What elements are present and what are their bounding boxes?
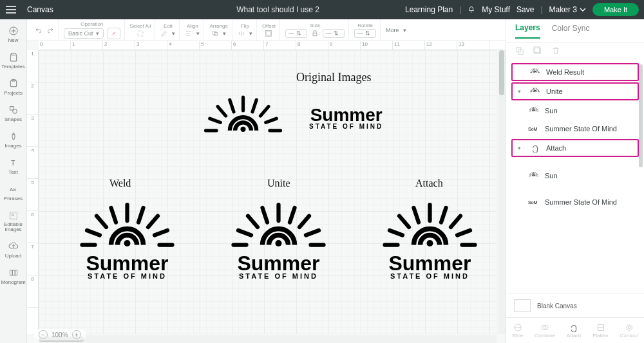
save-button[interactable]: Save — [516, 5, 534, 14]
contour-button[interactable]: Contour — [620, 323, 638, 338]
label-original: Original Images — [296, 71, 371, 84]
edit-toolbar: Operation Basic Cut▾ Select All Edit▾ Al… — [27, 19, 506, 41]
attach-button[interactable]: Attach — [567, 323, 582, 338]
sun-icon — [529, 87, 541, 96]
color-swatch-button[interactable] — [108, 28, 120, 39]
make-it-button[interactable]: Make It — [592, 3, 639, 16]
canvas-object-sun-original[interactable] — [196, 89, 290, 140]
offset-group[interactable]: Offset — [258, 19, 280, 41]
canvas-object-unite[interactable]: Summer STATE OF MIND — [222, 195, 335, 280]
svg-rect-28 — [138, 31, 143, 36]
tool-label: New — [8, 37, 18, 43]
canvas-grid[interactable]: Original Images Summer STATE OF MIND Wel… — [39, 50, 497, 334]
zoom-in-button[interactable]: + — [72, 330, 81, 339]
canvas-scrollbar-vertical[interactable] — [498, 50, 506, 334]
canvas-object-summer-original[interactable]: Summer STATE OF MIND — [309, 107, 383, 130]
canvas-swatch — [514, 299, 531, 312]
tool-monogram[interactable]: Monogram — [0, 265, 27, 288]
align-group[interactable]: Align▾ — [181, 19, 204, 41]
layer-sun-2[interactable]: Sun — [506, 158, 644, 193]
ruler-tick: 3 — [27, 115, 38, 147]
layer-label: Sun — [545, 107, 558, 115]
learning-plan-link[interactable]: Learning Plan — [405, 5, 453, 14]
tool-text[interactable]: TText — [0, 155, 27, 178]
svg-rect-27 — [15, 270, 17, 275]
delete-icon[interactable] — [551, 46, 560, 58]
height-input[interactable]: — ⇅ — [323, 29, 345, 38]
btn-label: Attach — [567, 333, 582, 338]
tool-label: Upload — [5, 253, 21, 259]
arrange-group[interactable]: Arrange▾ — [205, 19, 232, 41]
combine-button[interactable]: Combine — [535, 323, 555, 338]
canvas-object-attach[interactable]: Summer STATE OF MIND — [374, 195, 486, 280]
layer-summer-state-2[interactable]: SoM Summer State Of Mind — [506, 193, 644, 211]
zoom-out-button[interactable]: − — [39, 330, 48, 339]
zoom-control: − 100% + — [33, 329, 86, 340]
scrollbar-thumb[interactable] — [499, 50, 504, 95]
more-group[interactable]: More▾ — [382, 19, 410, 41]
slice-button[interactable]: Slice — [512, 323, 523, 338]
tool-editable-images[interactable]: Editable Images — [0, 208, 27, 235]
select-group[interactable]: Select All — [126, 19, 156, 41]
canvas-object-weld[interactable]: Summer STATE OF MIND — [71, 195, 184, 280]
lock-icon[interactable] — [311, 30, 319, 37]
width-input[interactable]: — ⇅ — [285, 29, 307, 38]
my-stuff-link[interactable]: My Stuff — [482, 5, 510, 14]
tool-shapes[interactable]: Shapes — [0, 102, 27, 125]
duplicate-icon[interactable] — [533, 46, 542, 58]
layer-operations-bar: Slice Combine Attach Flatten Contour — [506, 317, 644, 343]
layer-weld-result[interactable]: Weld Result — [513, 64, 638, 80]
flatten-button[interactable]: Flatten — [592, 323, 608, 338]
svg-text:T: T — [11, 159, 15, 167]
layers-list: Weld Result ▾ Unite Sun SoM Summer State… — [506, 62, 644, 293]
ruler-tick: 7 — [27, 243, 38, 275]
tool-projects[interactable]: Projects — [0, 76, 27, 98]
tool-label: Templates — [1, 64, 24, 70]
flip-group[interactable]: Flip▾ — [234, 19, 257, 41]
blank-canvas-row[interactable]: Blank Canvas — [506, 293, 644, 317]
tab-color-sync[interactable]: Color Sync — [552, 24, 590, 38]
ruler-tick: 7 — [264, 41, 296, 50]
sun-icon — [528, 171, 540, 180]
bell-icon[interactable] — [468, 6, 475, 14]
ruler-tick: 6 — [27, 211, 38, 243]
tool-label: Shapes — [5, 116, 22, 122]
tab-layers[interactable]: Layers — [515, 23, 540, 39]
layer-unite[interactable]: ▾ Unite — [513, 84, 638, 99]
layer-sun[interactable]: Sun — [506, 102, 644, 120]
tool-templates[interactable]: Templates — [0, 50, 27, 72]
machine-select[interactable]: Maker 3 — [549, 5, 586, 14]
scrollbar-thumb[interactable] — [639, 64, 643, 167]
group-label: Rotate — [357, 23, 373, 28]
menu-hamburger-icon[interactable] — [0, 6, 22, 14]
layer-summer-state[interactable]: SoM Summer State Of Mind — [506, 120, 644, 138]
btn-label: Combine — [535, 333, 555, 338]
svg-point-20 — [13, 134, 14, 135]
group-label: Select All — [130, 23, 151, 29]
tool-new[interactable]: New — [0, 23, 27, 46]
operation-select[interactable]: Basic Cut▾ — [64, 28, 104, 39]
tool-label: Projects — [4, 90, 23, 96]
layer-attach[interactable]: ▾ Attach — [513, 140, 638, 156]
group-label: Align — [187, 23, 198, 29]
tool-upload[interactable]: Upload — [0, 239, 27, 261]
operation-value: Basic Cut — [68, 30, 93, 37]
svg-rect-26 — [12, 270, 14, 275]
tool-images[interactable]: Images — [0, 129, 27, 151]
chevron-down-icon[interactable]: ▾ — [518, 88, 524, 95]
chevron-down-icon[interactable]: ▾ — [518, 145, 524, 151]
sun-icon — [529, 68, 541, 77]
redo-button[interactable] — [46, 26, 54, 35]
summer-sub: STATE OF MIND — [390, 272, 469, 280]
rotate-group: Rotate— ⇅ — [350, 19, 381, 41]
edit-group[interactable]: Edit▾ — [156, 19, 180, 41]
tool-label: Monogram — [1, 279, 25, 285]
svg-rect-36 — [313, 33, 317, 36]
group-icon[interactable] — [515, 46, 524, 58]
top-bar: Canvas What tool should I use 2 Learning… — [0, 0, 644, 19]
undo-button[interactable] — [35, 26, 43, 35]
canvas-scrollbar-horizontal[interactable] — [39, 335, 497, 343]
rotate-input[interactable]: — ⇅ — [354, 29, 376, 38]
panel-scrollbar[interactable] — [639, 64, 643, 292]
tool-phrases[interactable]: AaPhrases — [0, 181, 27, 204]
